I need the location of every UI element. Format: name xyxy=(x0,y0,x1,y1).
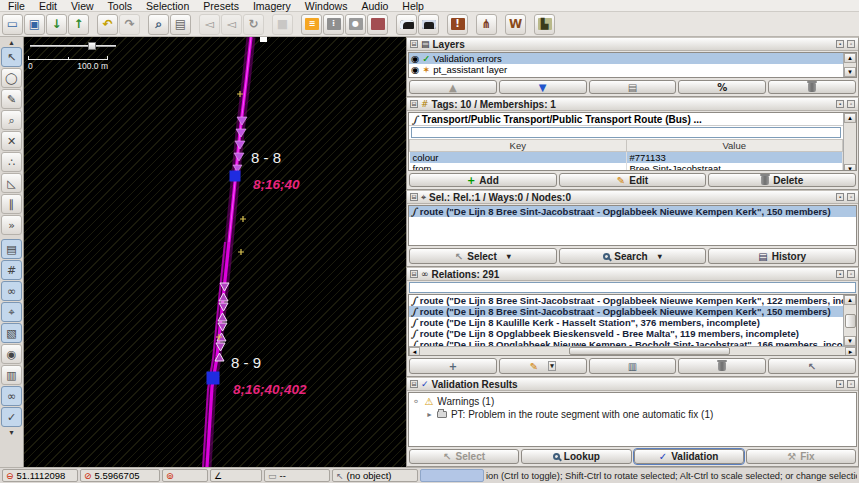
collapse-icon[interactable]: ⊟ xyxy=(410,40,418,48)
edit-tag-button[interactable]: ✎Edit xyxy=(559,173,707,187)
preset-highway-button[interactable]: ≡ xyxy=(301,14,322,35)
map-node[interactable] xyxy=(260,37,267,42)
layer-down-button[interactable]: ▼ xyxy=(499,80,587,94)
layer-merge-button[interactable]: ▤ xyxy=(589,80,677,94)
select-tool[interactable]: ↖ xyxy=(1,47,22,67)
relation-row[interactable]: ∫ route ("De Lijn 8 Opglabbeek Bieskensv… xyxy=(409,328,843,339)
extrude-tool[interactable]: ◺ xyxy=(1,173,22,193)
close-icon[interactable]: ▫ xyxy=(847,380,855,388)
duplicate-relation-button[interactable]: ▥ xyxy=(589,358,677,374)
scroll-up-icon[interactable]: ▴ xyxy=(844,295,856,305)
scroll-down-icon[interactable]: ▾ xyxy=(844,336,856,346)
preferences-button[interactable]: ▤ xyxy=(170,14,191,35)
validation-button[interactable]: ✓Validation xyxy=(634,449,744,464)
pair-toggle[interactable]: ∞ xyxy=(1,386,22,406)
layer-row[interactable]: ◉ ✶ pt_assistant layer xyxy=(409,64,843,75)
tag-row[interactable]: from Bree Sint-Jacobstraat xyxy=(410,163,843,171)
refresh-button[interactable]: ↻ xyxy=(243,14,264,35)
menu-tools[interactable]: Tools xyxy=(108,0,133,12)
pin-icon[interactable]: ▪ xyxy=(836,270,844,278)
delete-tool[interactable]: ✕ xyxy=(1,131,22,151)
open-button[interactable]: ▭ xyxy=(2,14,23,35)
menu-audio[interactable]: Audio xyxy=(361,0,388,12)
blank-button[interactable]: ■ xyxy=(272,14,293,35)
chevron-down-icon[interactable]: ▾ xyxy=(548,361,556,371)
pin-icon[interactable]: ▪ xyxy=(836,193,844,201)
unselect-button[interactable]: ◅ xyxy=(199,14,220,35)
zoom-slider-thumb[interactable] xyxy=(88,42,96,50)
scroll-down-icon[interactable]: ▾ xyxy=(844,164,856,171)
collapse-icon[interactable]: ⊟ xyxy=(410,270,418,278)
scroll-right-icon[interactable]: ▸ xyxy=(845,347,856,356)
draw-nodes-tool[interactable]: ✎ xyxy=(1,89,22,109)
menu-selection[interactable]: Selection xyxy=(146,0,189,12)
relation-row[interactable]: ∫ route ("De Lijn 8 Opglabbeek Nieuwe Ke… xyxy=(409,339,843,346)
scrollbar-thumb[interactable] xyxy=(845,314,856,328)
layer-delete-button[interactable] xyxy=(768,80,856,94)
warning-item-node[interactable]: ► PT: Problem in the route segment with … xyxy=(412,408,853,421)
pin-icon[interactable]: ▪ xyxy=(836,100,844,108)
close-icon[interactable]: ▫ xyxy=(847,270,855,278)
scroll-down-icon[interactable]: ▾ xyxy=(9,428,13,437)
menu-windows[interactable]: Windows xyxy=(305,0,348,12)
undo-button[interactable]: ↶ xyxy=(97,14,118,35)
tag-filter-input[interactable] xyxy=(411,127,841,138)
edit-relation-button[interactable]: ✎▾ xyxy=(499,358,587,374)
unglue-button[interactable]: ◅ xyxy=(221,14,242,35)
menu-imagery[interactable]: Imagery xyxy=(253,0,291,12)
map-canvas[interactable]: 8 - 8 8;16;40 8 - 9 8;16;40;402 0 100.0 … xyxy=(24,37,406,467)
warnings-node[interactable]: ⚬ ⚠ Warnings (1) xyxy=(412,395,853,408)
relation-filter-input[interactable] xyxy=(409,282,856,293)
close-icon[interactable]: ▫ xyxy=(847,193,855,201)
download-button[interactable]: ↓ xyxy=(46,14,67,35)
redo-button[interactable]: ↷ xyxy=(119,14,140,35)
layer-opacity-button[interactable]: % xyxy=(678,80,766,94)
relation-row[interactable]: ∫ route ("De Lijn 8 Bree Sint-Jacobstraa… xyxy=(409,295,843,306)
close-icon[interactable]: ▫ xyxy=(847,100,855,108)
preset-restaurant-button[interactable]: ⋔ xyxy=(476,14,497,35)
scroll-up-icon[interactable]: ▴ xyxy=(844,53,856,63)
preset-landuse-button[interactable] xyxy=(367,14,388,35)
select-menu-button[interactable]: ↖Select▾ xyxy=(409,248,557,264)
preset-car-button[interactable] xyxy=(396,14,417,35)
menu-help[interactable]: Help xyxy=(402,0,424,12)
key-column-header[interactable]: Key xyxy=(410,140,627,152)
layer-up-button[interactable]: ▲ xyxy=(409,80,497,94)
preset-row[interactable]: ∫ Transport/Public Transport/Public Tran… xyxy=(409,113,843,126)
tags-toggle[interactable]: # xyxy=(1,260,22,280)
menu-view[interactable]: View xyxy=(71,0,94,12)
more-tools-button[interactable]: » xyxy=(1,215,22,235)
new-relation-button[interactable]: + xyxy=(409,358,497,374)
upload-button[interactable]: ↑ xyxy=(68,14,89,35)
tag-row[interactable]: colour #771133 xyxy=(410,152,843,164)
lookup-button[interactable]: Lookup xyxy=(521,449,631,464)
validation-select-button[interactable]: ↖Select xyxy=(409,449,519,464)
visibility-eye-icon[interactable]: ◉ xyxy=(411,53,419,64)
pin-icon[interactable]: ▪ xyxy=(836,380,844,388)
fix-button[interactable]: ⚒Fix xyxy=(746,449,856,464)
layers-scrollbar[interactable]: ▴ ▾ xyxy=(843,53,856,77)
command-stack-toggle[interactable]: ▥ xyxy=(1,365,22,385)
preset-castle-button[interactable]: W xyxy=(505,14,526,35)
scroll-up-icon[interactable]: ▴ xyxy=(9,38,13,47)
collapse-icon[interactable]: ⊟ xyxy=(410,193,418,201)
add-tag-button[interactable]: +Add xyxy=(409,173,557,187)
delete-relation-button[interactable] xyxy=(678,358,766,374)
preset-hazard-button[interactable]: ! xyxy=(447,14,468,35)
collapse-icon[interactable]: ⊟ xyxy=(410,100,418,108)
improve-accuracy-tool[interactable]: ∴ xyxy=(1,152,22,172)
layer-row[interactable]: ◉ ✓ Validation errors xyxy=(409,53,843,64)
stop-node-2[interactable] xyxy=(207,372,220,385)
save-button[interactable]: ▣ xyxy=(24,14,45,35)
relations-toggle[interactable]: ∞ xyxy=(1,281,22,301)
scroll-up-icon[interactable]: ▴ xyxy=(844,113,856,123)
relations-vscrollbar[interactable]: ▴ ▾ xyxy=(843,295,856,346)
close-icon[interactable]: ▫ xyxy=(847,40,855,48)
layers-toggle[interactable]: ▤ xyxy=(1,239,22,259)
zoom-tool[interactable]: ⌕ xyxy=(1,110,22,130)
mappaint-toggle[interactable]: ▧ xyxy=(1,323,22,343)
menu-edit[interactable]: Edit xyxy=(39,0,57,12)
selection-row[interactable]: ∫ route ("De Lijn 8 Bree Sint-Jacobstraa… xyxy=(409,206,856,217)
preset-lanes-button[interactable]: ⁞ xyxy=(323,14,344,35)
preset-factory-button[interactable]: ▙ xyxy=(534,14,555,35)
